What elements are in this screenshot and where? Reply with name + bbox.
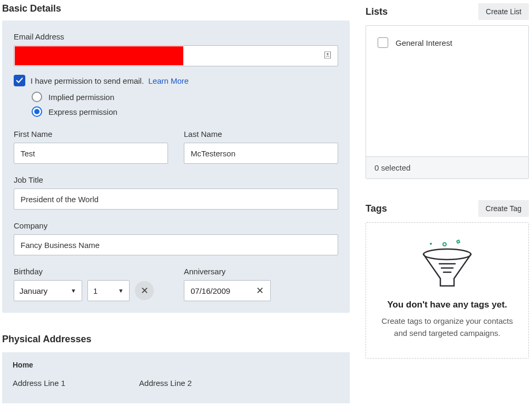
implied-permission-label: Implied permission bbox=[48, 93, 114, 102]
basic-details-title: Basic Details bbox=[2, 3, 350, 14]
implied-permission-radio[interactable] bbox=[32, 92, 42, 102]
lists-box: General Interest 0 selected bbox=[366, 25, 529, 179]
tags-empty-description: Create tags to organize your contacts an… bbox=[380, 315, 515, 339]
permission-text: I have permission to send email. Learn M… bbox=[31, 76, 189, 85]
company-label: Company bbox=[14, 221, 338, 230]
clear-birthday-button[interactable]: ✕ bbox=[135, 281, 154, 300]
chevron-down-icon: ▼ bbox=[71, 287, 76, 294]
email-input[interactable] bbox=[14, 45, 338, 66]
first-name-input[interactable] bbox=[14, 143, 168, 164]
close-icon: ✕ bbox=[141, 285, 149, 296]
tags-empty-state: You don't have any tags yet. Create tags… bbox=[366, 222, 529, 359]
list-item-checkbox[interactable] bbox=[378, 37, 388, 48]
job-title-label: Job Title bbox=[14, 175, 338, 184]
express-permission-radio[interactable] bbox=[32, 106, 42, 117]
tags-empty-title: You don't have any tags yet. bbox=[380, 300, 515, 310]
physical-addresses-panel: Home Address Line 1 Address Line 2 bbox=[2, 352, 350, 403]
express-permission-label: Express permission bbox=[48, 107, 117, 116]
birthday-month-select[interactable]: January ▼ bbox=[14, 280, 82, 301]
last-name-input[interactable] bbox=[184, 143, 338, 164]
funnel-icon bbox=[418, 237, 476, 290]
svg-point-2 bbox=[443, 243, 446, 246]
svg-point-5 bbox=[423, 249, 471, 260]
svg-point-1 bbox=[327, 53, 329, 55]
home-address-label: Home bbox=[13, 361, 339, 369]
contact-card-icon bbox=[324, 52, 331, 61]
address-line-1-label: Address Line 1 bbox=[13, 379, 65, 388]
company-input[interactable] bbox=[14, 234, 338, 255]
create-list-button[interactable]: Create List bbox=[478, 3, 529, 20]
basic-details-panel: Email Address I have permission to send … bbox=[2, 21, 350, 313]
email-label: Email Address bbox=[14, 32, 338, 41]
job-title-input[interactable] bbox=[14, 188, 338, 210]
address-line-2-label: Address Line 2 bbox=[139, 379, 192, 388]
tags-title: Tags bbox=[366, 203, 387, 214]
lists-selected-count: 0 selected bbox=[366, 156, 528, 178]
list-item[interactable]: General Interest bbox=[378, 37, 517, 48]
svg-rect-0 bbox=[325, 52, 331, 58]
learn-more-link[interactable]: Learn More bbox=[148, 76, 189, 85]
lists-title: Lists bbox=[366, 6, 388, 17]
anniversary-label: Anniversary bbox=[184, 267, 338, 276]
last-name-label: Last Name bbox=[184, 130, 338, 138]
physical-addresses-title: Physical Addresses bbox=[2, 334, 350, 345]
permission-checkbox[interactable] bbox=[14, 75, 25, 86]
anniversary-input[interactable]: 07/16/2009 ✕ bbox=[184, 280, 271, 301]
birthday-label: Birthday bbox=[14, 267, 168, 276]
birthday-day-select[interactable]: 1 ▼ bbox=[87, 280, 130, 301]
chevron-down-icon: ▼ bbox=[118, 287, 124, 294]
create-tag-button[interactable]: Create Tag bbox=[478, 200, 529, 217]
first-name-label: First Name bbox=[14, 130, 168, 138]
list-item-label: General Interest bbox=[396, 38, 452, 47]
clear-anniversary-icon[interactable]: ✕ bbox=[256, 285, 264, 296]
